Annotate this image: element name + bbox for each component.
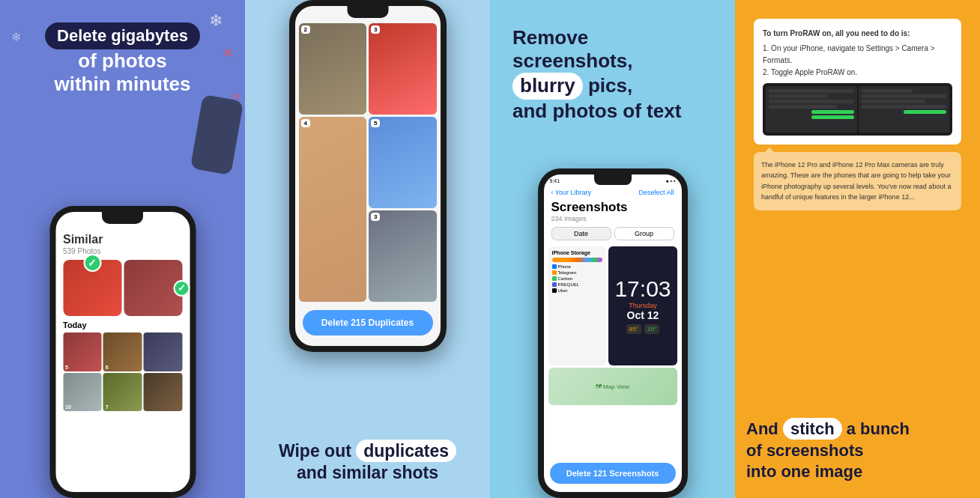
panel-stitch: To turn ProRAW on, all you need to do is… [735,0,980,498]
dup-photo-3: 4 [299,117,367,302]
fold-corner [765,148,774,152]
headline-pill: Delete gigabytes [45,22,200,49]
dup-photo-5: 3 [369,210,437,302]
thumb-6: 6 [103,332,142,371]
storage-item: iPhone Storage Phone Telegram Carbon PRE… [548,246,607,365]
proraw-doc: To turn ProRAW on, all you need to do is… [754,19,961,145]
tab-group[interactable]: Group [614,227,674,240]
map-item: 🗺 Map View [548,368,677,405]
thumb-blank-1 [143,332,182,371]
deco-phone-right [190,94,244,175]
thumb-10: 10 [63,373,102,412]
wipeout-headline: Wipe out duplicates [260,440,475,463]
clock-time: 17:03 [614,278,671,300]
phone-notch-1 [102,212,143,224]
doc-step2: 2. Toggle Apple ProRAW on. [763,67,952,79]
photo-main-2: ✓ [124,260,182,316]
phone-mockup-2: 2 3 4 5 3 Delete 215 Duplic [289,0,447,352]
stitch-highlight: stitch [783,418,842,440]
headline-of-photos: of photos [11,49,234,73]
clock-day: Thursday [629,302,657,309]
photo-main-1: ✓ [63,260,121,316]
screen-content: Similar 539 Photos ✓ ✓ Today [55,227,190,492]
photo-count: 539 Photos [63,247,182,255]
settings-col-2 [859,86,950,133]
tab-row: Date Group [544,224,682,243]
clock-date: Oct 12 [627,309,659,321]
similar-label: Similar [63,233,182,246]
phone-mockup-3: 9:41 ● ▪ ▪ ‹ Your Library Deselect All S… [538,168,688,498]
stitch-headline: And stitch a bunch of screenshots into o… [746,419,969,483]
duplicate-photo-grid: 2 3 4 5 3 [295,19,441,306]
phone-frame-3: 9:41 ● ▪ ▪ ‹ Your Library Deselect All S… [538,168,688,498]
phone-screen-2: 2 3 4 5 3 Delete 215 Duplic [295,6,441,346]
tab-date[interactable]: Date [551,227,611,240]
similar-shots-text: and similar shots [260,463,475,483]
check-badge-green-2: ✓ [173,280,190,297]
doc-title: To turn ProRAW on, all you need to do is… [763,28,952,40]
panel-screenshots: Remove screenshots, blurry pics, and pho… [490,0,735,498]
panel-1-headline: Delete gigabytes of photos within minute… [11,22,234,103]
today-label: Today [63,321,182,330]
duplicates-highlight: duplicates [356,440,456,462]
top-photos: ✓ ✓ [63,260,182,316]
dup-photo-2: 3 [369,23,437,115]
headline-within-minutes: within minutes [11,73,234,96]
remove-headline: Remove screenshots, blurry pics, and pho… [512,26,713,123]
panel-duplicates: 2 3 4 5 3 Delete 215 Duplic [245,0,490,498]
photo-grid-today: 5 6 10 7 [63,332,182,411]
settings-col-1 [766,86,857,133]
back-link[interactable]: ‹ Your Library [551,189,592,196]
phone-screen-1: Similar 539 Photos ✓ ✓ Today [55,212,190,492]
delete-screenshots-btn[interactable]: Delete 121 Screenshots [550,463,676,484]
panel-3-text-header: Remove screenshots, blurry pics, and pho… [501,15,724,127]
phone-screen-3: 9:41 ● ▪ ▪ ‹ Your Library Deselect All S… [544,174,682,492]
phone-frame-2: 2 3 4 5 3 Delete 215 Duplic [289,0,447,352]
screenshots-title-area: Screenshots 234 Images [544,198,682,224]
thumb-blank-2 [143,373,182,412]
panel-2-bottom-text: Wipe out duplicates and similar shots [245,440,490,483]
settings-screenshots [763,83,952,136]
phone-mockup-1: Similar 539 Photos ✓ ✓ Today [49,206,196,498]
thumb-7: 7 [103,373,142,412]
back-row: ‹ Your Library Deselect All [544,186,682,198]
phone-frame-1: Similar 539 Photos ✓ ✓ Today [49,206,196,498]
dup-photo-4: 5 [369,117,437,208]
thumb-5: 5 [63,332,102,371]
photo-overlay-area: ✓ ✓ [63,260,182,316]
phone-notch-2 [347,6,388,18]
doc-step1: 1. On your iPhone, navigate to Settings … [763,43,952,67]
blurry-highlight: blurry [512,73,583,99]
clock-item: 17:03 Thursday Oct 12 85° 15° [608,246,677,365]
deselect-all[interactable]: Deselect All [638,189,674,196]
image-count: 234 Images [551,215,674,222]
delete-duplicates-btn-inner[interactable]: Delete 215 Duplicates [303,310,433,335]
dup-photo-1: 2 [299,23,367,115]
check-badge-green-1: ✓ [83,254,101,272]
stitch-text: And stitch a bunch of screenshots into o… [746,419,969,483]
iphone-paragraph: The iPhone 12 Pro and iPhone 12 Pro Max … [754,152,961,210]
phone-notch-3 [594,174,632,185]
screenshots-title: Screenshots [551,200,674,215]
panel-delete-photos: ❄ ❄ ✕ ✕ Delete gigabytes of photos withi… [0,0,245,498]
screenshot-grid: iPhone Storage Phone Telegram Carbon PRE… [544,243,682,459]
